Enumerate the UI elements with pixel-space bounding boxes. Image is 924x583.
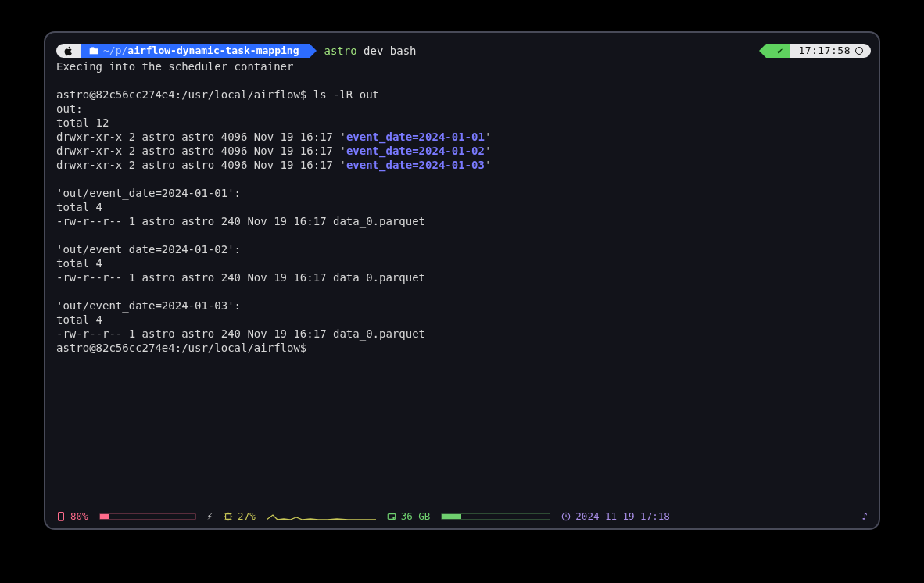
battery-icon: [56, 512, 66, 521]
music-icon: ♪: [861, 510, 868, 524]
out-g1-f: -rw-r--r-- 1 astro astro 240 Nov 19 16:1…: [56, 271, 425, 284]
cpu-stat: 27%: [224, 510, 256, 524]
command-rest: dev bash: [357, 45, 417, 57]
svg-rect-1: [60, 512, 63, 513]
terminal-output[interactable]: Execing into the scheduler container ast…: [45, 59, 879, 505]
out-g2-h: 'out/event_date=2024-01-03':: [56, 299, 241, 312]
svg-rect-2: [226, 514, 231, 520]
clock-icon: [561, 512, 571, 521]
out-g0-f: -rw-r--r-- 1 astro astro 240 Nov 19 16:1…: [56, 215, 425, 227]
battery-pct: 80%: [70, 510, 88, 524]
svg-rect-0: [59, 513, 64, 520]
path-main: airflow-dynamic-task-mapping: [127, 44, 299, 58]
disk-text: 36 GB: [401, 510, 431, 524]
out-total: total 12: [56, 116, 109, 129]
folder-icon: 🖿: [88, 44, 98, 58]
out-header: out:: [56, 102, 83, 115]
command[interactable]: astro dev bash: [324, 44, 416, 58]
out-g0-t: total 4: [56, 201, 102, 213]
clock-icon: [855, 47, 863, 55]
cpu-sparkline: [267, 511, 376, 522]
out-prompt1: astro@82c56cc274e4:/usr/local/airflow$ l…: [56, 88, 379, 101]
cpu-pct: 27%: [238, 510, 256, 524]
svg-point-4: [393, 517, 394, 518]
disk-stat: 36 GB: [387, 510, 431, 524]
path-prefix: ~/p/: [103, 44, 127, 58]
out-exec: Execing into the scheduler container: [56, 60, 293, 73]
bolt-icon: ⚡: [207, 510, 213, 524]
out-g2-t: total 4: [56, 313, 102, 326]
time-badge: 17:17:58: [790, 44, 871, 58]
datetime-text: 2024-11-19 17:18: [575, 510, 669, 524]
out-g2-f: -rw-r--r-- 1 astro astro 240 Nov 19 16:1…: [56, 327, 425, 340]
status-bar: 80% ⚡ 27% 36 GB 2024-11-19 17:18 ♪: [45, 505, 879, 528]
out-g1-t: total 4: [56, 257, 102, 270]
out-ls-0: drwxr-xr-x 2 astro astro 4096 Nov 19 16:…: [56, 131, 491, 143]
out-g1-h: 'out/event_date=2024-01-02':: [56, 243, 241, 256]
command-astro: astro: [324, 45, 356, 57]
out-g0-h: 'out/event_date=2024-01-01':: [56, 187, 241, 199]
prompt-line: 🖿 ~/p/airflow-dynamic-task-mapping astro…: [45, 42, 879, 59]
path-segment: 🖿 ~/p/airflow-dynamic-task-mapping: [81, 44, 310, 58]
apple-icon: [56, 44, 81, 58]
datetime-stat: 2024-11-19 17:18: [561, 510, 669, 524]
battery-stat: 80%: [56, 510, 88, 524]
out-ls-1: drwxr-xr-x 2 astro astro 4096 Nov 19 16:…: [56, 145, 491, 157]
status-ok-badge: ✔: [766, 44, 790, 58]
battery-bar: [99, 513, 196, 520]
out-ls-2: drwxr-xr-x 2 astro astro 4096 Nov 19 16:…: [56, 159, 491, 171]
disk-icon: [387, 512, 396, 521]
disk-bar: [441, 513, 550, 520]
out-prompt2: astro@82c56cc274e4:/usr/local/airflow$: [56, 342, 306, 354]
time-text: 17:17:58: [798, 44, 851, 58]
terminal-window: 🖿 ~/p/airflow-dynamic-task-mapping astro…: [44, 31, 880, 530]
chip-icon: [224, 512, 233, 521]
prompt-right: ✔ 17:17:58: [766, 44, 871, 58]
